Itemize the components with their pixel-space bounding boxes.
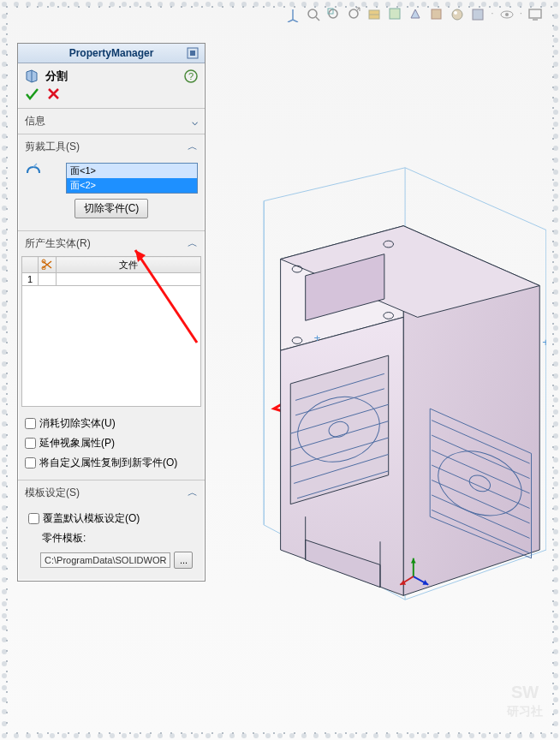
pin-icon[interactable] <box>186 46 200 60</box>
template-path-input[interactable] <box>40 552 170 568</box>
chevron-down-icon[interactable]: ⌵ <box>192 116 198 128</box>
trim-tools-section: 剪裁工具(S)︿ 面<1> 面<2> 切除零件(C) <box>18 134 205 230</box>
info-label: 信息 <box>25 114 45 128</box>
confirm-cancel-row <box>18 86 205 108</box>
copycustom-checkbox-row: 将自定义属性复制到新零件(O) <box>21 453 201 473</box>
graphics-viewport[interactable]: + + <box>214 51 546 700</box>
split-feature-icon <box>25 69 40 84</box>
monitor-icon[interactable] <box>527 7 543 22</box>
view-toolbar: · · <box>285 7 543 22</box>
zoom-prev-icon[interactable] <box>347 7 362 22</box>
panel-header: PropertyManager <box>18 44 205 63</box>
ok-button[interactable] <box>25 87 39 101</box>
section-icon[interactable] <box>367 7 383 22</box>
property-manager-panel: PropertyManager 分割 ? 信息⌵ 剪裁工具(S)︿ 面<1> 面… <box>17 43 206 582</box>
table-row: 1 <box>22 273 201 286</box>
trim-faces-listbox[interactable]: 面<1> 面<2> <box>66 163 198 194</box>
override-checkbox-row: 覆盖默认模板设定(O) <box>25 509 198 528</box>
appearance-icon[interactable] <box>450 7 465 22</box>
svg-text:?: ? <box>188 71 194 81</box>
svg-point-12 <box>454 11 457 15</box>
watermark: SW研习社 <box>507 683 543 718</box>
list-item[interactable]: 面<2> <box>67 178 197 193</box>
chevron-up-icon[interactable]: ︿ <box>188 140 198 154</box>
triad-icon[interactable] <box>285 7 301 22</box>
svg-rect-13 <box>473 9 483 20</box>
hide-show-icon[interactable] <box>429 7 444 22</box>
feature-name: 分割 <box>45 69 68 84</box>
browse-button[interactable]: ... <box>174 552 193 569</box>
chevron-up-icon[interactable]: ︿ <box>188 486 198 500</box>
scene-icon[interactable] <box>470 7 486 22</box>
svg-point-15 <box>505 13 509 16</box>
view-orient-icon[interactable] <box>388 7 403 22</box>
chevron-up-icon[interactable]: ︿ <box>188 236 198 251</box>
template-label: 模板设定(S) <box>25 486 80 500</box>
face-select-icon[interactable] <box>25 163 42 178</box>
override-template-checkbox[interactable] <box>28 513 39 524</box>
svg-point-6 <box>349 9 358 18</box>
consume-checkbox[interactable] <box>25 418 36 429</box>
info-section: 信息⌵ <box>18 108 205 134</box>
col-file[interactable]: 文件 <box>57 257 201 273</box>
bodies-table: 文件 1 <box>21 256 201 286</box>
consume-checkbox-row: 消耗切除实体(U) <box>21 414 201 433</box>
help-icon[interactable]: ? <box>184 69 198 83</box>
scissors-icon <box>41 258 53 270</box>
cancel-button[interactable] <box>47 87 61 101</box>
svg-text:+: + <box>313 331 320 344</box>
list-item[interactable]: 面<1> <box>67 164 197 178</box>
svg-rect-16 <box>529 9 541 18</box>
resulting-bodies-section: 所产生实体(R)︿ 文件 1 消耗切除实体(U) 延伸视象属性(P) 将自定义属… <box>18 230 205 480</box>
extend-checkbox-row: 延伸视象属性(P) <box>21 433 201 453</box>
zoom-area-icon[interactable] <box>326 7 342 22</box>
zoom-fit-icon[interactable] <box>306 7 321 22</box>
trim-tools-label: 剪裁工具(S) <box>25 140 80 154</box>
svg-point-11 <box>452 9 462 20</box>
feature-titlebar: 分割 ? <box>18 63 205 86</box>
cut-part-button[interactable]: 切除零件(C) <box>74 199 149 218</box>
resulting-bodies-label: 所产生实体(R) <box>25 236 91 251</box>
svg-rect-10 <box>432 9 441 19</box>
svg-line-3 <box>316 17 319 21</box>
template-section: 模板设定(S)︿ 覆盖默认模板设定(O) 零件模板: ... <box>18 480 205 581</box>
panel-title: PropertyManager <box>69 47 154 59</box>
col-select[interactable] <box>39 257 57 273</box>
copycustom-checkbox[interactable] <box>25 457 36 468</box>
svg-text:+: + <box>542 336 546 349</box>
svg-rect-9 <box>390 9 400 19</box>
part-template-label: 零件模板: <box>42 531 86 546</box>
extend-checkbox[interactable] <box>25 438 36 449</box>
col-index[interactable] <box>22 257 39 273</box>
bodies-table-empty <box>21 286 201 407</box>
svg-point-2 <box>308 9 317 18</box>
visibility-icon[interactable] <box>499 7 515 22</box>
display-style-icon[interactable] <box>408 7 424 22</box>
